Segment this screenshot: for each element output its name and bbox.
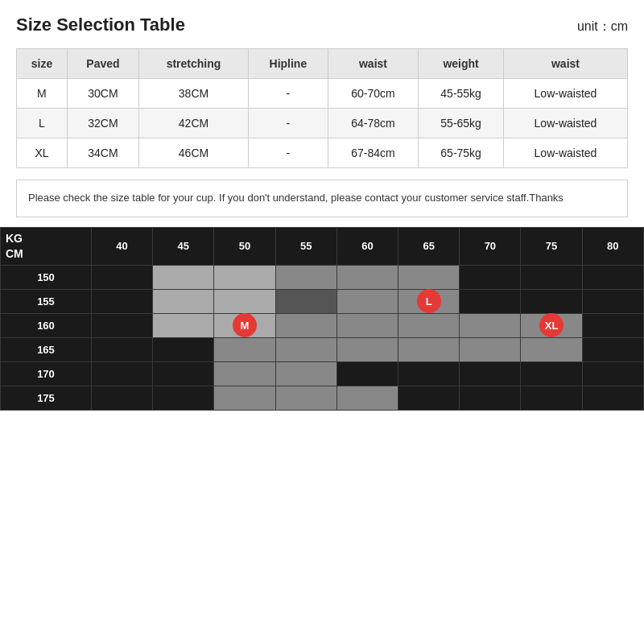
chart-cell: M (214, 313, 275, 337)
chart-cell (521, 337, 582, 361)
unit-label: unit：cm (577, 19, 628, 35)
table-header-row: size Paved stretching Hipline waist weig… (17, 49, 628, 79)
table-cell: - (249, 79, 328, 109)
chart-cell (214, 361, 275, 386)
chart-kg-col-header: 55 (275, 227, 336, 265)
chart-cell (214, 265, 275, 289)
table-row: L32CM42CM-64-78cm55-65kgLow-waisted (17, 109, 628, 138)
size-table: size Paved stretching Hipline waist weig… (16, 48, 628, 168)
chart-cell (275, 386, 336, 410)
chart-cell (91, 361, 152, 386)
chart-cell (336, 289, 398, 313)
col-header-paved: Paved (67, 49, 138, 79)
chart-cell (521, 386, 582, 410)
size-badge-m: M (233, 313, 257, 337)
chart-cell (460, 386, 521, 410)
note-box: Please check the size table for your cup… (16, 180, 628, 217)
chart-cm-row-header: 170 (1, 361, 92, 386)
chart-cell (460, 313, 521, 337)
chart-cell (153, 361, 214, 386)
chart-kg-col-header: 60 (336, 227, 398, 265)
table-cell: 65-75kg (419, 138, 504, 168)
chart-data-row: 170 (1, 361, 644, 386)
chart-cm-row-header: 175 (1, 386, 92, 410)
chart-cell (91, 386, 152, 410)
chart-cell (336, 386, 398, 410)
chart-cell (336, 313, 398, 337)
table-cell: 42CM (139, 109, 249, 138)
chart-cell (275, 289, 336, 313)
chart-kg-col-header: 50 (214, 227, 275, 265)
table-cell: - (249, 138, 328, 168)
chart-kg-col-header: 70 (460, 227, 521, 265)
chart-kg-col-header: 65 (398, 227, 460, 265)
chart-cell (214, 289, 275, 313)
chart-cm-row-header: 160 (1, 313, 92, 337)
chart-cell (582, 386, 643, 410)
chart-data-row: 165 (1, 337, 644, 361)
chart-cell (521, 361, 582, 386)
table-cell: Low-waisted (503, 109, 627, 138)
chart-cell (153, 313, 214, 337)
chart-cell (398, 337, 460, 361)
chart-cm-row-header: 150 (1, 265, 92, 289)
chart-cm-row-header: 155 (1, 289, 92, 313)
table-cell: Low-waisted (503, 138, 627, 168)
chart-data-row: 175 (1, 386, 644, 410)
chart-cell (398, 265, 460, 289)
chart-header-row: KGCM404550556065707580 (1, 227, 644, 265)
chart-cell (91, 265, 152, 289)
col-header-style: waist (503, 49, 627, 79)
table-cell: 55-65kg (419, 109, 504, 138)
size-badge-xl: XL (539, 313, 564, 337)
note-text: Please check the size table for your cup… (28, 192, 564, 204)
chart-cell (521, 289, 582, 313)
chart-cell (460, 361, 521, 386)
chart-cell: L (398, 289, 460, 313)
chart-cell (214, 337, 275, 361)
table-cell: Low-waisted (503, 79, 627, 109)
table-cell: - (249, 109, 328, 138)
chart-cell (275, 265, 336, 289)
col-header-size: size (17, 49, 68, 79)
table-cell: 64-78cm (328, 109, 419, 138)
table-cell: XL (17, 138, 68, 168)
col-header-waist: waist (328, 49, 419, 79)
chart-cell (460, 337, 521, 361)
chart-cell (521, 265, 582, 289)
chart-data-row: 150 (1, 265, 644, 289)
chart-cell (275, 313, 336, 337)
chart-cell (398, 361, 460, 386)
table-cell: 32CM (67, 109, 138, 138)
col-header-weight: weight (419, 49, 504, 79)
title-row: Size Selection Table unit：cm (16, 14, 628, 35)
chart-cell (153, 289, 214, 313)
chart-data-row: 160MXL (1, 313, 644, 337)
chart-cell (91, 289, 152, 313)
table-row: M30CM38CM-60-70cm45-55kgLow-waisted (17, 79, 628, 109)
chart-cell (582, 361, 643, 386)
chart-kg-col-header: 45 (153, 227, 214, 265)
table-cell: 46CM (139, 138, 249, 168)
chart-kg-col-header: 40 (91, 227, 152, 265)
chart-cm-row-header: 165 (1, 337, 92, 361)
chart-kg-col-header: 75 (521, 227, 582, 265)
chart-cell: XL (521, 313, 582, 337)
col-header-hipline: Hipline (249, 49, 328, 79)
chart-cell (153, 337, 214, 361)
chart-cell (582, 265, 643, 289)
chart-kg-col-header: 80 (582, 227, 643, 265)
table-row: XL34CM46CM-67-84cm65-75kgLow-waisted (17, 138, 628, 168)
chart-cell (336, 361, 398, 386)
size-badge-l: L (417, 289, 441, 313)
chart-cell (336, 265, 398, 289)
table-cell: 45-55kg (419, 79, 504, 109)
table-cell: 30CM (67, 79, 138, 109)
chart-cell (336, 337, 398, 361)
chart-table: KGCM404550556065707580150155L160MXL16517… (0, 227, 644, 411)
chart-cell (153, 265, 214, 289)
chart-cell (91, 337, 152, 361)
chart-cell (275, 337, 336, 361)
chart-cell (460, 265, 521, 289)
table-cell: M (17, 79, 68, 109)
